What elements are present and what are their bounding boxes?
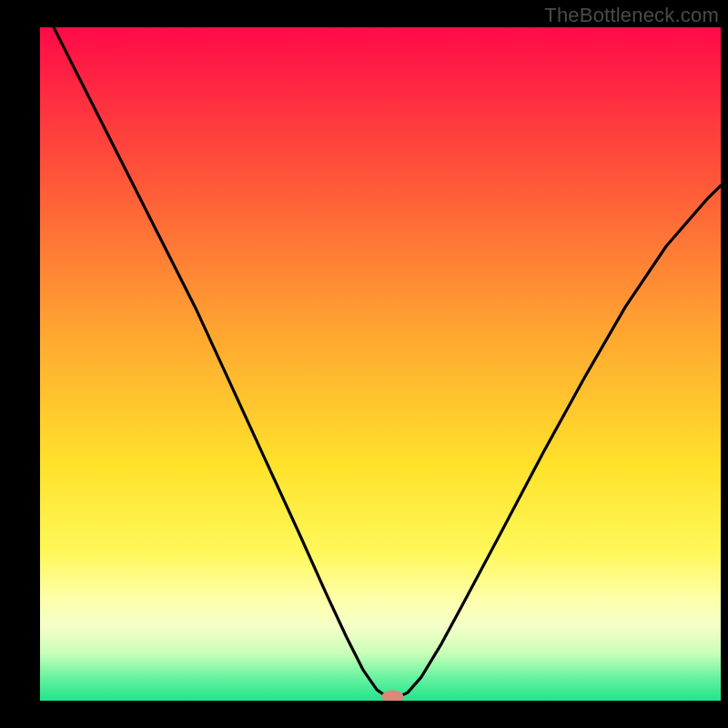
- bottleneck-chart: [0, 0, 728, 728]
- watermark-text: TheBottleneck.com: [544, 4, 719, 27]
- gradient-background: [40, 27, 721, 701]
- chart-frame: TheBottleneck.com: [0, 0, 728, 728]
- minimum-marker: [381, 691, 403, 703]
